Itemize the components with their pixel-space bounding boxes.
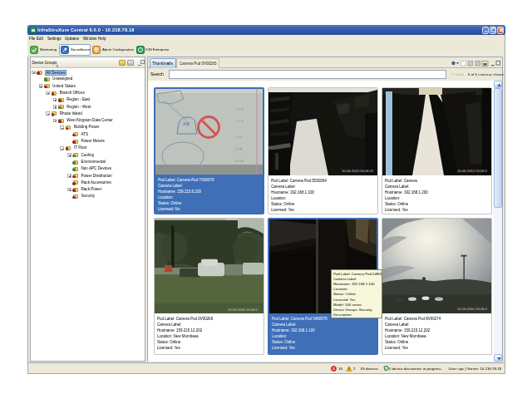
svg-text:c v: c v [237, 118, 244, 123]
svg-text:c (e: c (e [235, 158, 244, 163]
svg-text:10.06.2010 16:06:2: 10.06.2010 16:06:2 [457, 307, 488, 311]
svg-text:c v: c v [237, 106, 244, 111]
svg-text:10.06.2010 16:06:2: 10.06.2010 16:06:2 [228, 308, 259, 312]
svg-text:AB: AB [183, 121, 190, 126]
svg-text:</>: </> [235, 135, 243, 140]
svg-text:10.06.2010 16:06:2: 10.06.2010 16:06:2 [457, 169, 488, 173]
svg-text:10.06.2010 16:06:21: 10.06.2010 16:06:21 [342, 169, 374, 173]
svg-text:c #: c # [235, 146, 243, 151]
